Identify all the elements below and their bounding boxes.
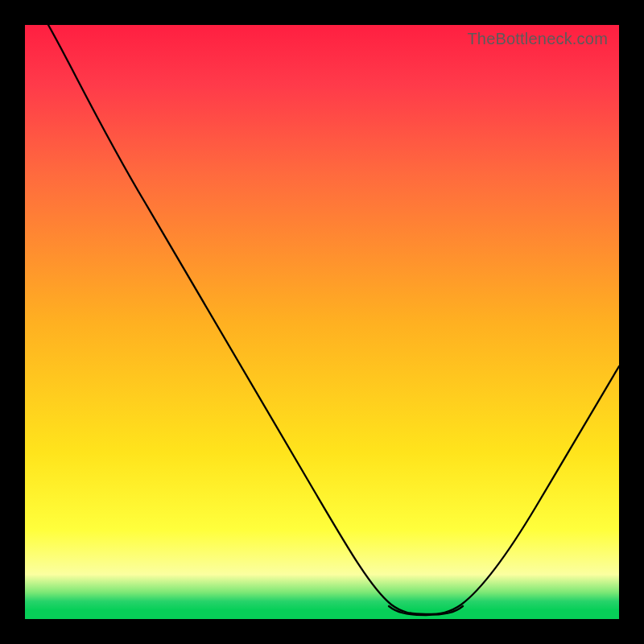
chart-frame: TheBottleneck.com — [0, 0, 644, 644]
watermark-text: TheBottleneck.com — [467, 30, 608, 48]
optimal-range-marker — [389, 606, 463, 615]
plot-area: TheBottleneck.com — [25, 25, 619, 619]
curve-layer — [25, 25, 619, 619]
bottleneck-curve — [48, 25, 619, 614]
